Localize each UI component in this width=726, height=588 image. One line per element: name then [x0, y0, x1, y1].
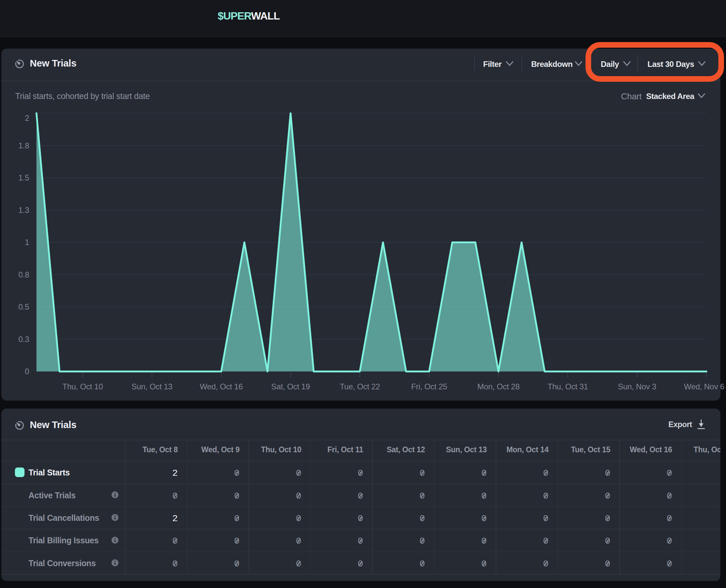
svg-text:Thu, Oct 10: Thu, Oct 10 [62, 382, 103, 391]
svg-text:Tue, Oct 22: Tue, Oct 22 [340, 382, 380, 391]
svg-text:Fri, Oct 25: Fri, Oct 25 [411, 382, 447, 391]
svg-text:0: 0 [25, 367, 29, 376]
svg-text:1: 1 [25, 238, 29, 247]
svg-text:Thu, Oct 31: Thu, Oct 31 [547, 382, 588, 391]
svg-text:Wed, Oct 16: Wed, Oct 16 [200, 382, 243, 391]
svg-text:0.5: 0.5 [19, 302, 29, 311]
svg-text:1.5: 1.5 [19, 173, 29, 182]
svg-text:Mon, Oct 28: Mon, Oct 28 [478, 382, 520, 391]
svg-text:Wed, Nov 6: Wed, Nov 6 [684, 382, 724, 391]
svg-text:Sun, Nov 3: Sun, Nov 3 [618, 382, 657, 391]
svg-text:2: 2 [25, 113, 29, 123]
svg-text:Sun, Oct 13: Sun, Oct 13 [132, 382, 172, 391]
svg-text:Sat, Oct 19: Sat, Oct 19 [271, 382, 310, 391]
svg-text:1.3: 1.3 [19, 206, 29, 214]
svg-text:1.8: 1.8 [19, 141, 29, 150]
svg-text:0.8: 0.8 [19, 270, 29, 279]
svg-text:0.3: 0.3 [19, 335, 29, 344]
